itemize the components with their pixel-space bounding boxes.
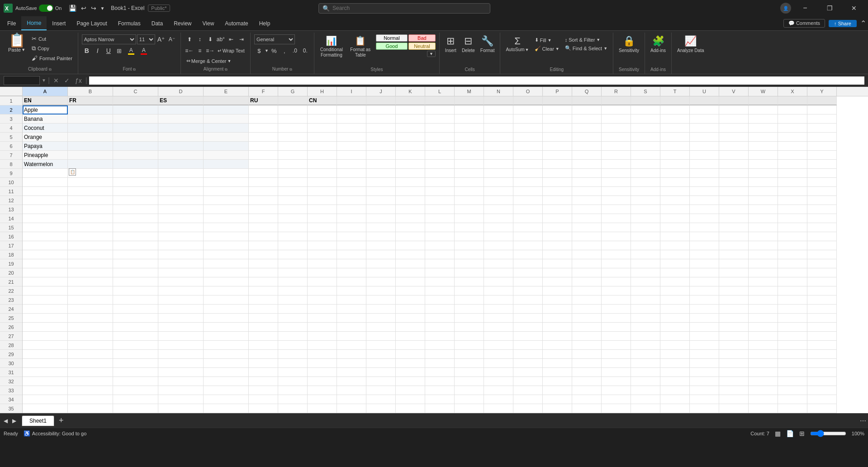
cell[interactable] xyxy=(113,178,158,187)
cell[interactable] xyxy=(484,368,513,377)
cell[interactable] xyxy=(660,332,690,341)
cell[interactable] xyxy=(249,341,278,350)
cell[interactable] xyxy=(631,323,660,332)
cell[interactable] xyxy=(249,187,278,196)
cell[interactable] xyxy=(807,305,837,314)
cell[interactable] xyxy=(204,286,249,295)
cell[interactable] xyxy=(690,250,719,259)
cell[interactable] xyxy=(807,241,837,250)
cell[interactable] xyxy=(366,377,396,386)
cell[interactable] xyxy=(778,124,807,133)
cell[interactable]: FR xyxy=(68,96,113,105)
cell[interactable] xyxy=(572,205,602,214)
cell[interactable] xyxy=(158,114,204,124)
cell[interactable] xyxy=(749,196,778,205)
cell[interactable] xyxy=(278,169,308,178)
cell[interactable] xyxy=(337,96,366,105)
cell[interactable] xyxy=(249,133,278,142)
cell[interactable] xyxy=(366,277,396,286)
cell[interactable] xyxy=(778,404,807,413)
row-num-1[interactable]: 1 xyxy=(0,96,22,105)
cell[interactable] xyxy=(719,259,749,268)
cell[interactable] xyxy=(631,386,660,395)
cell[interactable] xyxy=(749,341,778,350)
row-num-19[interactable]: 19 xyxy=(0,259,22,268)
cell[interactable] xyxy=(719,205,749,214)
cell[interactable] xyxy=(484,295,513,305)
cell[interactable] xyxy=(660,277,690,286)
cell[interactable] xyxy=(455,223,484,232)
align-center-button[interactable]: ≡ xyxy=(195,46,205,56)
cell[interactable] xyxy=(543,241,572,250)
cell[interactable] xyxy=(631,187,660,196)
cell[interactable] xyxy=(572,187,602,196)
cell[interactable] xyxy=(513,96,543,105)
formula-input[interactable]: Apple xyxy=(89,76,864,85)
cell[interactable] xyxy=(719,160,749,169)
cell[interactable] xyxy=(337,250,366,259)
insert-function-button[interactable]: ƒx xyxy=(73,77,84,84)
cell[interactable] xyxy=(278,241,308,250)
cell[interactable] xyxy=(308,286,337,295)
cell[interactable] xyxy=(425,386,455,395)
share-button[interactable]: ↑ Share xyxy=(829,20,857,27)
cell[interactable] xyxy=(425,124,455,133)
cell[interactable] xyxy=(278,395,308,404)
cell[interactable] xyxy=(513,277,543,286)
cell[interactable] xyxy=(455,259,484,268)
cell[interactable] xyxy=(396,350,425,359)
style-neutral-button[interactable]: Neutral xyxy=(408,43,436,50)
cell[interactable] xyxy=(719,314,749,323)
cell[interactable] xyxy=(113,232,158,241)
row-num-2[interactable]: 2 xyxy=(0,105,22,114)
cell[interactable] xyxy=(425,178,455,187)
cell[interactable] xyxy=(660,169,690,178)
cell[interactable] xyxy=(513,359,543,368)
cell[interactable] xyxy=(543,395,572,404)
cell[interactable] xyxy=(113,359,158,368)
cell[interactable] xyxy=(719,241,749,250)
cell[interactable] xyxy=(749,350,778,359)
cell[interactable] xyxy=(113,286,158,295)
cell[interactable] xyxy=(749,250,778,259)
cell[interactable] xyxy=(543,178,572,187)
cell[interactable] xyxy=(690,268,719,277)
cell[interactable] xyxy=(396,323,425,332)
cell[interactable] xyxy=(337,395,366,404)
align-bottom-button[interactable]: ⬇ xyxy=(205,34,215,44)
cell[interactable] xyxy=(631,368,660,377)
cell[interactable] xyxy=(455,151,484,160)
cancel-formula-button[interactable]: ✕ xyxy=(52,77,61,84)
row-num-35[interactable]: 35 xyxy=(0,404,22,413)
cell[interactable] xyxy=(602,341,631,350)
cell[interactable] xyxy=(719,323,749,332)
cell[interactable] xyxy=(660,250,690,259)
cell[interactable] xyxy=(543,314,572,323)
cell[interactable] xyxy=(807,277,837,286)
cell[interactable] xyxy=(543,187,572,196)
cell[interactable] xyxy=(396,114,425,124)
cell[interactable] xyxy=(543,232,572,241)
cell[interactable] xyxy=(749,151,778,160)
cell[interactable] xyxy=(204,368,249,377)
cell[interactable] xyxy=(23,268,68,277)
cell[interactable] xyxy=(23,359,68,368)
cell[interactable] xyxy=(602,105,631,114)
cell[interactable] xyxy=(158,187,204,196)
cell[interactable] xyxy=(113,395,158,404)
cell[interactable] xyxy=(543,277,572,286)
cell[interactable] xyxy=(719,395,749,404)
cell[interactable] xyxy=(543,133,572,142)
cell[interactable] xyxy=(425,160,455,169)
cell[interactable] xyxy=(278,323,308,332)
cell[interactable] xyxy=(513,377,543,386)
cell[interactable] xyxy=(366,187,396,196)
cell[interactable] xyxy=(278,350,308,359)
cell[interactable] xyxy=(396,259,425,268)
cell[interactable] xyxy=(484,142,513,151)
cell[interactable] xyxy=(249,169,278,178)
cell[interactable] xyxy=(807,404,837,413)
cell[interactable] xyxy=(749,377,778,386)
cell[interactable] xyxy=(513,250,543,259)
cell[interactable] xyxy=(778,96,807,105)
